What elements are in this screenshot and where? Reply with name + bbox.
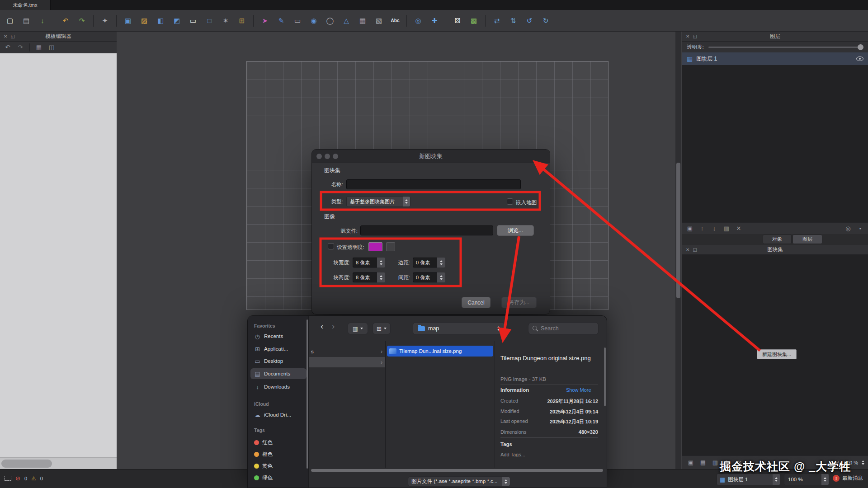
save-file-icon[interactable]: ↓ [36,14,49,27]
error-icon[interactable]: ⊘ [15,475,20,482]
world-tool-icon[interactable]: ◎ [412,14,425,27]
sidebar-item-documents[interactable]: ▤ Documents [250,368,307,379]
color-picker-swatch[interactable] [386,242,395,251]
close-panel-icon[interactable]: ✕ [686,247,689,252]
eraser-icon[interactable]: ▭ [187,14,199,27]
sidebar-item-tag-red[interactable]: 红色 [250,437,307,448]
tab-untitled[interactable]: 未命名.tmx [0,0,51,10]
template-redo-icon[interactable]: ↷ [15,43,25,52]
sidebar-item-tag-yellow[interactable]: 黄色 [250,460,307,471]
name-input[interactable] [346,179,521,189]
warning-icon[interactable]: ⚠ [31,475,36,482]
scrollbar-thumb[interactable] [676,163,680,298]
float-panel-icon[interactable]: ◱ [10,34,14,39]
sidebar-scrollbar[interactable] [307,319,308,469]
rotate-left-icon[interactable]: ↺ [523,14,536,27]
zoom-spinner[interactable]: 100 % [784,474,829,485]
folder-row-selected[interactable]: › [309,357,385,367]
cancel-button[interactable]: Cancel [462,297,491,308]
highlight-layer-icon[interactable]: ◎ [843,224,853,233]
file-type-filter-dropdown[interactable]: 图片文件 (*.ase *.aseprite *.bmp *.c... [408,476,510,487]
new-file-icon[interactable]: ▢ [4,14,16,27]
sidebar-item-tag-orange[interactable]: 橙色 [250,449,307,460]
dialog-titlebar[interactable]: 新图块集 [312,150,550,163]
transparency-color-swatch[interactable] [368,242,382,251]
template-undo-icon[interactable]: ↶ [3,43,13,52]
insert-text-icon[interactable]: Abc [389,14,401,27]
pan-tool-icon[interactable]: ✚ [428,14,441,27]
margin-stepper[interactable]: 0 像素 [413,258,445,267]
close-panel-icon[interactable]: ✕ [686,34,689,39]
new-tileset-icon[interactable]: ▣ [686,458,696,467]
insert-ellipse-icon[interactable]: ◯ [324,14,336,27]
source-file-input[interactable] [360,225,493,235]
news-row[interactable]: ! 最新消息 [833,475,863,482]
horizontal-scrollbar[interactable] [311,469,603,472]
edit-polygons-icon[interactable]: ✎ [275,14,288,27]
close-panel-icon[interactable]: ✕ [4,34,7,39]
slider-knob[interactable] [858,44,863,50]
stepper-arrows-icon[interactable] [437,258,445,267]
search-field[interactable]: Search [528,322,599,335]
show-more-link[interactable]: Show More [566,387,591,393]
browse-button[interactable]: 浏览... [497,225,534,236]
spacing-stepper[interactable]: 0 像素 [413,272,445,282]
lower-layer-icon[interactable]: ↓ [709,224,719,233]
opacity-slider[interactable] [708,47,863,48]
insert-point-icon[interactable]: ◉ [307,14,320,27]
insert-polygon-icon[interactable]: △ [340,14,353,27]
preview-scrollbar[interactable] [604,347,606,406]
duplicate-layer-icon[interactable]: ▥ [722,224,731,233]
raise-layer-icon[interactable]: ↑ [697,224,707,233]
open-tileset-icon[interactable]: ▤ [698,458,708,467]
redo-icon[interactable]: ↷ [75,14,88,27]
insert-template-icon[interactable]: ▧ [373,14,385,27]
layer-visibility-eye-icon[interactable] [856,56,863,61]
random-mode-icon[interactable]: ⚄ [451,14,464,27]
sidebar-item-icloud-drive[interactable]: ☁ iCloud Dri... [250,409,307,420]
terrain-mode-icon[interactable]: ▩ [467,14,480,27]
same-tile-select-icon[interactable]: ⊞ [236,14,248,27]
folder-row[interactable]: s › [309,346,385,357]
rect-select-icon[interactable]: □ [203,14,216,27]
magic-wand-icon[interactable]: ✶ [219,14,232,27]
insert-rect-icon[interactable]: ▭ [291,14,304,27]
float-panel-icon[interactable]: ◱ [693,34,697,39]
close-button[interactable] [316,154,322,159]
rotate-right-icon[interactable]: ↻ [539,14,552,27]
zoom-stepper-icon[interactable] [821,474,829,485]
shape-fill-icon[interactable]: ◩ [170,14,183,27]
embed-tileset-icon[interactable]: ▥ [710,458,720,467]
flip-horizontal-icon[interactable]: ⇄ [491,14,503,27]
sidebar-item-tag-green[interactable]: 绿色 [250,472,307,483]
tab-layers[interactable]: 图层 [793,235,822,244]
view-options-button[interactable]: ⊞ [373,323,391,334]
file-row-selected[interactable]: Tilemap Dun...inal size.png [387,346,493,357]
layer-list-item[interactable]: ▦ 图块层 1 [682,52,868,65]
new-layer-icon[interactable]: ▣ [685,224,695,233]
use-transparency-checkbox[interactable] [328,243,334,249]
save-as-button[interactable]: 另存为... [501,297,537,308]
layer-select-dropdown[interactable]: ▦ 图块层 1 [717,474,780,485]
new-tileset-button[interactable]: 新建图块集... [757,349,797,359]
zoom-stepper-icon[interactable] [862,460,864,465]
open-file-icon[interactable]: ▤ [20,14,33,27]
view-mode-columns-button[interactable]: ▥ [348,323,368,334]
location-dropdown[interactable]: map [413,322,505,335]
back-button[interactable]: ‹ [321,321,323,331]
minimize-button[interactable] [325,154,330,159]
bucket-fill-icon[interactable]: ◧ [154,14,167,27]
zoom-button[interactable] [333,154,338,159]
template-object-view-icon[interactable]: ◫ [47,43,57,52]
remove-layer-icon[interactable]: ✕ [734,224,744,233]
execute-command-icon[interactable]: ✦ [99,14,111,27]
sidebar-item-desktop[interactable]: ▭ Desktop [250,356,307,366]
undo-icon[interactable]: ↶ [59,14,72,27]
template-editor-canvas[interactable] [0,53,117,457]
sidebar-item-applications[interactable]: ⊞ Applicati... [250,343,307,354]
flip-vertical-icon[interactable]: ⇅ [507,14,519,27]
forward-button[interactable]: › [332,321,335,331]
embed-in-map-checkbox[interactable] [507,198,513,205]
template-tileset-view-icon[interactable]: ▦ [34,43,44,52]
stepper-arrows-icon[interactable] [437,272,445,282]
